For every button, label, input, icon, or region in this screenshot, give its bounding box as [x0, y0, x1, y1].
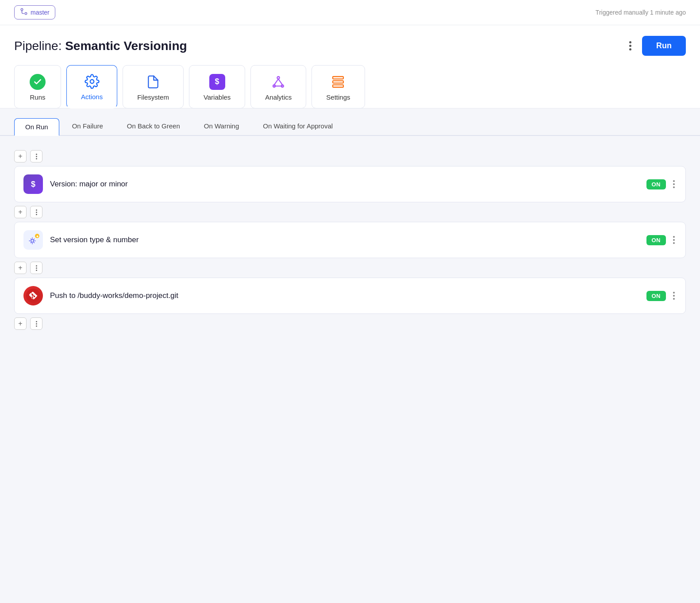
add-step-btn-2[interactable]: + [14, 206, 27, 218]
tab-variables[interactable]: $ Variables [189, 65, 245, 108]
page-header: Pipeline: Semantic Versioning Run Runs [0, 25, 700, 108]
svg-rect-10 [333, 81, 343, 83]
step-icon-3 [23, 286, 43, 305]
add-step-btn-3[interactable]: + [14, 262, 27, 274]
svg-line-6 [274, 79, 278, 85]
add-step-btn-1[interactable]: + [14, 150, 27, 162]
step-wrapper-2: ✦ Set version type & number ON [14, 222, 686, 258]
page-title: Pipeline: Semantic Versioning [14, 39, 187, 53]
subtab-on-failure[interactable]: On Failure [61, 117, 114, 135]
main-content: + $ Version: major or minor ON [0, 136, 700, 402]
svg-rect-9 [333, 77, 343, 79]
subtab-on-run[interactable]: On Run [14, 118, 59, 136]
svg-point-0 [25, 12, 27, 15]
action-row-2: + [14, 202, 686, 222]
tab-settings-label: Settings [326, 93, 350, 101]
action-row-3: + [14, 258, 686, 278]
subtab-on-warning[interactable]: On Warning [193, 117, 250, 135]
subtab-on-waiting-for-approval[interactable]: On Waiting for Approval [252, 117, 344, 135]
pipeline-title-row: Pipeline: Semantic Versioning Run [14, 36, 686, 65]
step-icon-1: $ [23, 174, 43, 194]
step-right-3: ON [646, 290, 677, 302]
trigger-text: Triggered manually 1 minute ago [596, 9, 686, 16]
step-status-3: ON [646, 291, 666, 301]
svg-point-16 [26, 289, 40, 303]
tab-filesystem-label: Filesystem [137, 93, 169, 101]
step-card-3: Push to /buddy-works/demo-project.git ON [14, 278, 686, 314]
tab-runs-label: Runs [30, 93, 45, 101]
more-step-btn-2[interactable] [30, 206, 42, 218]
header-actions: Run [626, 36, 686, 56]
step-more-btn-2[interactable] [671, 234, 677, 246]
tab-filesystem[interactable]: Filesystem [123, 65, 184, 108]
top-bar: master Triggered manually 1 minute ago [0, 0, 700, 25]
step-right-1: ON [646, 178, 677, 190]
branch-icon [20, 8, 28, 17]
action-row-4: + [14, 314, 686, 333]
more-step-btn-1[interactable] [30, 150, 42, 162]
subtab-on-back-to-green[interactable]: On Back to Green [116, 117, 191, 135]
svg-text:✦: ✦ [36, 235, 39, 239]
more-step-btn-4[interactable] [30, 317, 42, 330]
run-button[interactable]: Run [642, 36, 686, 56]
tab-analytics-label: Analytics [265, 93, 292, 101]
step-wrapper-3: Push to /buddy-works/demo-project.git ON [14, 278, 686, 314]
sub-nav: On Run On Failure On Back to Green On Wa… [0, 108, 700, 136]
step-status-2: ON [646, 235, 666, 245]
step-icon-2: ✦ [23, 230, 43, 250]
tab-runs[interactable]: Runs [14, 65, 61, 108]
svg-rect-11 [333, 85, 343, 87]
step-card-2: ✦ Set version type & number ON [14, 222, 686, 258]
tab-actions[interactable]: Actions [66, 65, 117, 108]
step-more-btn-3[interactable] [671, 290, 677, 302]
step-card-1: $ Version: major or minor ON [14, 166, 686, 202]
tab-actions-label: Actions [81, 93, 103, 100]
step-wrapper-1: $ Version: major or minor ON [14, 166, 686, 202]
step-right-2: ON [646, 234, 677, 246]
more-step-btn-3[interactable] [30, 262, 42, 274]
step-label-3: Push to /buddy-works/demo-project.git [50, 291, 639, 300]
tab-variables-label: Variables [204, 93, 231, 101]
svg-line-7 [278, 79, 282, 85]
branch-badge[interactable]: master [14, 5, 55, 19]
step-status-1: ON [646, 179, 666, 189]
tab-settings[interactable]: Settings [312, 65, 365, 108]
sub-tabs: On Run On Failure On Back to Green On Wa… [14, 117, 686, 135]
svg-point-2 [90, 80, 94, 84]
step-more-btn-1[interactable] [671, 178, 677, 190]
step-label-1: Version: major or minor [50, 180, 639, 189]
add-step-btn-4[interactable]: + [14, 317, 27, 330]
icon-nav: Runs Actions Filesystem $ Vari [14, 65, 686, 108]
step-label-2: Set version type & number [50, 236, 639, 244]
branch-label: master [31, 9, 50, 16]
tab-analytics[interactable]: Analytics [250, 65, 306, 108]
more-options-button[interactable] [626, 39, 635, 52]
action-row-1: + [14, 147, 686, 166]
